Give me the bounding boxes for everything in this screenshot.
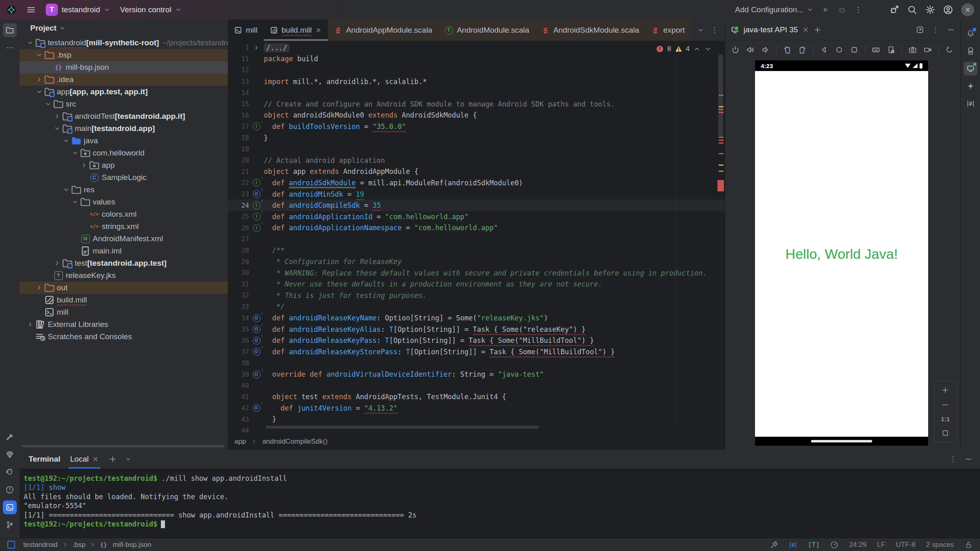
recents-button[interactable]	[848, 44, 860, 56]
minimize-icon[interactable]	[964, 455, 973, 463]
indent-swap-icon[interactable]	[789, 541, 797, 549]
chevron-down-icon[interactable]	[61, 187, 71, 193]
override-marker-icon[interactable]: O↑	[253, 337, 261, 344]
code-line[interactable]: 30 * WARNING: Replace these default valu…	[228, 267, 725, 279]
stripe-mark[interactable]	[719, 106, 724, 107]
build-tool-button[interactable]	[3, 430, 17, 444]
settings-button[interactable]	[925, 5, 935, 15]
tree-row[interactable]: values	[20, 196, 228, 208]
code-line[interactable]: 16object androidSdkModule0 extends Andro…	[228, 110, 725, 121]
code-line[interactable]: 28 /**	[228, 245, 725, 256]
zoom-reset-button[interactable]: 1:1	[941, 415, 950, 422]
keyboard-button[interactable]	[870, 44, 882, 56]
chevron-right-icon[interactable]	[25, 321, 35, 328]
editor-tab[interactable]: AndroidSdkModule.scala	[535, 20, 645, 41]
caret-position[interactable]: 24:29	[849, 541, 866, 549]
override-marker-icon[interactable]: O↑	[253, 325, 261, 333]
tree-row[interactable]: androidTest [testandroid.app.it]	[20, 110, 228, 122]
code-line[interactable]: 25I↑ def androidApplicationId = "com.hel…	[228, 211, 725, 222]
code-line[interactable]: 29 * Configuration for ReleaseKey	[228, 256, 725, 267]
code-line[interactable]: 23O↑ def androidMinSdk = 19	[228, 189, 725, 200]
code-line[interactable]: 34O↑ def androidReleaseKeyName: Option[S…	[228, 312, 725, 324]
logcat-tool-button[interactable]	[3, 465, 17, 479]
project-panel-header[interactable]: Project	[20, 20, 228, 37]
gemini-button[interactable]	[964, 79, 978, 93]
device-manager-button[interactable]	[964, 44, 978, 58]
code-line[interactable]: 26I↑ def androidApplicationNamespace = "…	[228, 222, 725, 234]
indent-setting[interactable]: 2 spaces	[926, 541, 954, 549]
stripe-mark[interactable]	[719, 95, 724, 96]
kebab-icon[interactable]	[710, 26, 719, 34]
tree-row[interactable]: ?releaseKey.jks	[20, 269, 228, 282]
terminal-tool-button[interactable]	[3, 500, 17, 514]
gauge-icon[interactable]	[830, 541, 838, 549]
problems-tool-button[interactable]	[3, 483, 17, 497]
tree-row[interactable]: test [testandroid.app.test]	[20, 257, 228, 269]
chevron-down-icon[interactable]	[52, 125, 62, 132]
override-marker-icon[interactable]: O↑	[253, 404, 261, 412]
code-line[interactable]: 31 * Never use these defaults in a produ…	[228, 278, 725, 290]
code-line[interactable]: 11package build	[228, 53, 725, 65]
editor-tab[interactable]: AndroidAppModule.scala	[328, 20, 438, 41]
volume-down-button[interactable]	[760, 44, 772, 56]
profiler-button[interactable]	[889, 5, 899, 15]
chevron-right-icon[interactable]	[34, 284, 44, 291]
code-line[interactable]: 12	[228, 64, 725, 76]
video-button[interactable]	[922, 44, 934, 56]
tree-row[interactable]: main.iml	[20, 245, 228, 257]
home-button[interactable]	[833, 44, 845, 56]
tree-row[interactable]: main [testandroid.app]	[20, 122, 228, 135]
editor-tab[interactable]: export	[645, 20, 691, 41]
code-line[interactable]: 40	[228, 380, 725, 391]
breadcrumb[interactable]: app	[234, 438, 246, 446]
implement-marker-icon[interactable]: I↑	[253, 179, 261, 187]
chevron-right-icon[interactable]	[52, 113, 62, 120]
chevron-down-icon[interactable]	[697, 27, 704, 33]
code-line[interactable]: 22I↑ def androidSdkModule = mill.api.Mod…	[228, 177, 725, 189]
chevron-down-icon[interactable]	[34, 52, 44, 58]
tree-row[interactable]: mill	[20, 306, 228, 318]
code-line[interactable]: 13import mill.*, androidlib.*, scalalib.…	[228, 76, 725, 87]
chevron-down-icon[interactable]	[70, 199, 80, 205]
account-button[interactable]	[943, 5, 953, 15]
code-line[interactable]: 27	[228, 233, 725, 245]
breadcrumb[interactable]: androidCompileSdk()	[262, 438, 327, 446]
chevron-down-icon[interactable]	[43, 101, 53, 107]
project-widget[interactable]: T testandroid	[46, 4, 110, 16]
stripe-mark[interactable]	[719, 140, 724, 141]
code-line[interactable]: 1/.../	[228, 42, 725, 53]
code-line[interactable]: 21object app extends AndroidAppModule {	[228, 166, 725, 178]
override-marker-icon[interactable]: O↑	[253, 348, 261, 355]
vcs-widget[interactable]: Version control	[120, 5, 182, 14]
terminal-tab-local[interactable]: Local	[69, 450, 100, 469]
chevron-down-icon[interactable]	[704, 45, 712, 53]
close-icon[interactable]	[315, 27, 322, 33]
tree-row[interactable]: testandroid [mill-synthetic-root]~/proje…	[20, 37, 228, 49]
stripe-mark[interactable]	[719, 142, 724, 144]
tree-row[interactable]: Scratches and Consoles	[20, 331, 228, 343]
implement-marker-icon[interactable]: I↑	[253, 202, 261, 209]
chevron-right-icon[interactable]	[79, 162, 89, 169]
tree-row[interactable]: .idea	[20, 73, 228, 86]
terminal-title[interactable]: Terminal	[29, 455, 60, 464]
project-hscrollbar[interactable]	[22, 445, 225, 447]
code-line[interactable]: 35O↑ def androidReleaseKeyAlias: T[Optio…	[228, 324, 725, 335]
stripe-mark[interactable]	[719, 137, 724, 138]
power-button[interactable]	[729, 44, 742, 56]
pin-icon[interactable]	[770, 541, 778, 549]
stripe-mark[interactable]	[719, 153, 724, 154]
code-line[interactable]: 37O↑ def androidReleaseKeyStorePass: T[O…	[228, 346, 725, 358]
code-line[interactable]: 38	[228, 358, 725, 369]
chevron-right-icon[interactable]	[34, 76, 44, 83]
code-line[interactable]: 43 }	[228, 414, 725, 425]
tree-row[interactable]: app [app, app.test, app.it]	[20, 86, 228, 98]
rotate-right-button[interactable]	[796, 44, 808, 56]
tree-row[interactable]: app	[20, 159, 228, 171]
tree-row[interactable]: .bsp	[20, 49, 228, 61]
code-editor[interactable]: 1/.../11package build1213import mill.*, …	[228, 42, 725, 436]
reset-button[interactable]	[943, 44, 956, 56]
tree-row[interactable]: res	[20, 184, 228, 196]
stripe-mark[interactable]	[719, 112, 724, 113]
chevron-down-icon[interactable]	[70, 150, 80, 156]
gesture-pill[interactable]	[811, 440, 872, 442]
